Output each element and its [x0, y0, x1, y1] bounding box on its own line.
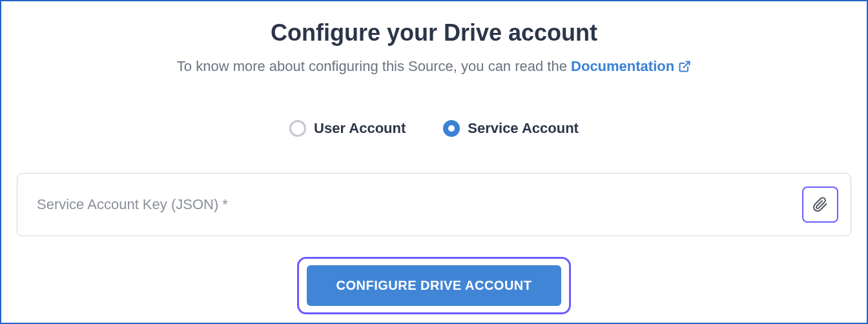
- configure-drive-account-button[interactable]: CONFIGURE DRIVE ACCOUNT: [307, 265, 562, 306]
- external-link-icon: [678, 60, 691, 73]
- attach-file-button[interactable]: [802, 187, 838, 223]
- radio-circle-icon: [289, 120, 306, 137]
- account-type-radio-group: User Account Service Account: [289, 120, 579, 137]
- documentation-link-label: Documentation: [571, 58, 674, 75]
- radio-dot-icon: [448, 125, 455, 132]
- submit-highlight-frame: CONFIGURE DRIVE ACCOUNT: [297, 257, 572, 314]
- subtitle-text: To know more about configuring this Sour…: [177, 58, 571, 74]
- paperclip-icon: [812, 196, 828, 214]
- svg-line-0: [684, 62, 690, 68]
- radio-service-account[interactable]: Service Account: [443, 120, 579, 137]
- service-account-key-field-wrapper: [17, 173, 851, 236]
- page-title: Configure your Drive account: [271, 19, 597, 46]
- documentation-link[interactable]: Documentation: [571, 58, 691, 75]
- radio-service-account-label: Service Account: [468, 120, 579, 137]
- subtitle: To know more about configuring this Sour…: [177, 58, 691, 75]
- radio-user-account-label: User Account: [314, 120, 406, 137]
- service-account-key-input[interactable]: [17, 173, 851, 236]
- radio-circle-selected-icon: [443, 120, 460, 137]
- radio-user-account[interactable]: User Account: [289, 120, 406, 137]
- configure-panel: Configure your Drive account To know mor…: [0, 0, 868, 324]
